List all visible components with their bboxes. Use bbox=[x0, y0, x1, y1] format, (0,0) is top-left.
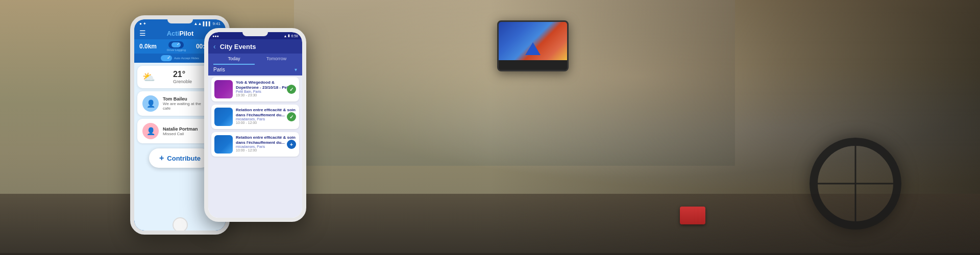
event-item-1[interactable]: Yob & Wiegedood & Dopethrone - 23/10/18 … bbox=[211, 77, 299, 101]
phone1-signal-icon: ▌▌▌ bbox=[203, 21, 211, 26]
gps-screen bbox=[499, 22, 567, 60]
drive-logging-toggle[interactable]: Drive Logging bbox=[167, 41, 186, 52]
gps-bottom bbox=[499, 60, 567, 70]
weather-icon: ⛅ bbox=[142, 71, 155, 83]
phone1-wifi-icon: ▲▲ bbox=[194, 21, 202, 26]
event-image-1 bbox=[214, 80, 233, 98]
phone2-time: 6:58 bbox=[291, 34, 298, 38]
city-name: Grenoble bbox=[173, 79, 192, 84]
event-item-3[interactable]: Relation entre efficacité & soin dans l'… bbox=[211, 132, 299, 157]
auto-accept-label: Auto Accept Rides bbox=[174, 57, 199, 60]
message-text-2: Missed Call bbox=[163, 132, 204, 136]
phone1-home-button[interactable] bbox=[173, 217, 188, 233]
phone2-status-left: ●●● bbox=[212, 34, 219, 38]
phone2-screen: ●●● ▲ ▮ 6:58 ‹ City Events Today Tomorro… bbox=[208, 32, 302, 218]
temperature-main: 21° bbox=[173, 70, 192, 79]
drive-toggle-knob bbox=[172, 42, 181, 47]
contribute-label: Contribute bbox=[167, 155, 201, 162]
phone2-wifi-icon: ▲ bbox=[283, 34, 287, 38]
event-image-2 bbox=[214, 108, 233, 126]
event-item-2[interactable]: Relation entre efficacité & soin dans l'… bbox=[211, 105, 299, 129]
phone1-notch bbox=[167, 19, 193, 23]
odometer-value: 0.0km bbox=[139, 43, 157, 50]
event-action-plus-3[interactable]: + bbox=[287, 140, 296, 149]
phone1-status-icons: ▲▲ ▌▌▌ 9:41 bbox=[194, 21, 220, 26]
bottom-strip bbox=[0, 253, 980, 255]
avatar-natalie: 👤 bbox=[142, 123, 159, 139]
tab-today[interactable]: Today bbox=[213, 54, 255, 65]
message-info-1: Tom Baileu We are waiting at the cafe bbox=[163, 96, 204, 111]
event-time-3: 10:00 - 12:00 bbox=[236, 148, 296, 152]
weather-info: 21° Grenoble bbox=[173, 70, 192, 84]
tab-tomorrow[interactable]: Tomorrow bbox=[256, 54, 297, 65]
phone1-time: 9:41 bbox=[212, 21, 220, 26]
location-selector[interactable]: Paris ▾ bbox=[208, 65, 302, 75]
event-image-3 bbox=[214, 135, 233, 154]
gps-device bbox=[497, 20, 569, 71]
sender-name-1: Tom Baileu bbox=[163, 96, 204, 101]
location-name: Paris bbox=[213, 67, 225, 72]
location-dropdown-icon: ▾ bbox=[295, 67, 297, 72]
drive-logging-label: Drive Logging bbox=[167, 48, 186, 52]
steering-wheel bbox=[810, 138, 901, 230]
menu-icon[interactable]: ☰ bbox=[139, 29, 146, 37]
phone2-battery-icon: ▮ bbox=[288, 34, 290, 38]
contribute-button[interactable]: + Contribute bbox=[149, 148, 211, 168]
back-icon[interactable]: ‹ bbox=[213, 42, 216, 50]
event-action-check-1[interactable]: ✓ bbox=[287, 85, 296, 94]
event-time-2: 10:00 - 12:00 bbox=[236, 121, 296, 124]
sender-name-2: Natalie Portman bbox=[163, 126, 204, 132]
hazard-button[interactable] bbox=[680, 207, 705, 224]
auto-accept-toggle[interactable]: Auto Accept Rides bbox=[161, 55, 199, 61]
city-events-title: City Events bbox=[220, 43, 297, 50]
phone1-status-left: ● ✦ bbox=[139, 21, 146, 26]
phone2-status-right: ▲ ▮ 6:58 bbox=[283, 34, 298, 38]
phone2-device: ●●● ▲ ▮ 6:58 ‹ City Events Today Tomorro… bbox=[204, 28, 306, 222]
message-info-2: Natalie Portman Missed Call bbox=[163, 126, 204, 136]
event-tabs: Today Tomorrow bbox=[208, 54, 302, 65]
event-action-check-2[interactable]: ✓ bbox=[287, 112, 296, 121]
auto-accept-knob bbox=[161, 55, 172, 61]
phone2-notch bbox=[242, 32, 268, 36]
avatar-tom: 👤 bbox=[142, 95, 159, 112]
actipilot-logo: ActiPilot bbox=[167, 30, 194, 37]
contribute-plus-icon: + bbox=[159, 154, 164, 163]
phone2-header: ‹ City Events bbox=[208, 39, 302, 54]
event-time-1: 19:30 - 23:30 bbox=[236, 93, 296, 97]
events-list: Yob & Wiegedood & Dopethrone - 23/10/18 … bbox=[208, 75, 302, 218]
message-text-1: We are waiting at the cafe bbox=[163, 101, 204, 111]
